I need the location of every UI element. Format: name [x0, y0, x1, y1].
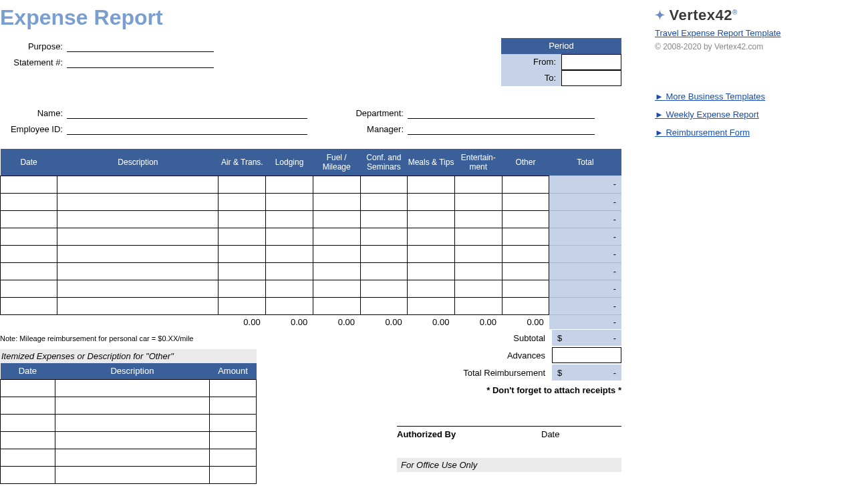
cell-amount[interactable]: [360, 176, 408, 193]
cell-amount[interactable]: [408, 280, 455, 297]
item-cell[interactable]: [55, 431, 209, 449]
cell-amount[interactable]: [408, 262, 455, 280]
cell-date[interactable]: [1, 262, 57, 280]
advances-input[interactable]: [552, 347, 621, 363]
statement-input[interactable]: [67, 56, 214, 68]
cell-amount[interactable]: [313, 262, 360, 280]
cell-amount[interactable]: [360, 280, 408, 297]
cell-description[interactable]: [57, 210, 219, 228]
cell-amount[interactable]: [454, 228, 502, 245]
item-cell[interactable]: [55, 379, 209, 397]
cell-amount[interactable]: [266, 262, 313, 280]
item-cell[interactable]: [210, 466, 257, 483]
cell-amount[interactable]: [313, 245, 360, 262]
cell-amount[interactable]: [360, 245, 408, 262]
item-cell[interactable]: [55, 449, 209, 466]
cell-amount[interactable]: [313, 193, 360, 210]
cell-amount[interactable]: [408, 245, 455, 262]
cell-date[interactable]: [1, 210, 57, 228]
cell-amount[interactable]: [360, 262, 408, 280]
cell-description[interactable]: [57, 228, 219, 245]
cell-date[interactable]: [1, 245, 57, 262]
cell-amount[interactable]: [408, 193, 455, 210]
name-input[interactable]: [67, 107, 307, 119]
manager-input[interactable]: [408, 123, 595, 135]
template-link[interactable]: Travel Expense Report Template: [655, 28, 855, 38]
cell-amount[interactable]: [266, 210, 313, 228]
cell-amount[interactable]: [219, 176, 266, 193]
cell-amount[interactable]: [360, 228, 408, 245]
cell-description[interactable]: [57, 245, 219, 262]
item-cell[interactable]: [1, 397, 55, 414]
cell-amount[interactable]: [454, 193, 502, 210]
cell-amount[interactable]: [219, 193, 266, 210]
cell-amount[interactable]: [408, 176, 455, 193]
item-cell[interactable]: [210, 379, 257, 397]
item-cell[interactable]: [55, 397, 209, 414]
cell-amount[interactable]: [313, 210, 360, 228]
cell-amount[interactable]: [502, 193, 549, 210]
cell-amount[interactable]: [313, 280, 360, 297]
cell-amount[interactable]: [219, 280, 266, 297]
cell-amount[interactable]: [360, 193, 408, 210]
cell-amount[interactable]: [408, 297, 455, 314]
item-cell[interactable]: [1, 379, 55, 397]
cell-amount[interactable]: [408, 210, 455, 228]
cell-amount[interactable]: [266, 245, 313, 262]
cell-amount[interactable]: [502, 176, 549, 193]
cell-amount[interactable]: [266, 297, 313, 314]
cell-amount[interactable]: [219, 228, 266, 245]
cell-amount[interactable]: [219, 262, 266, 280]
cell-amount[interactable]: [219, 210, 266, 228]
cell-amount[interactable]: [266, 228, 313, 245]
cell-amount[interactable]: [502, 297, 549, 314]
cell-amount[interactable]: [360, 297, 408, 314]
sidebar-link[interactable]: ► Weekly Expense Report: [655, 109, 855, 119]
cell-amount[interactable]: [502, 210, 549, 228]
cell-amount[interactable]: [266, 176, 313, 193]
cell-description[interactable]: [57, 262, 219, 280]
cell-amount[interactable]: [313, 176, 360, 193]
period-from-input[interactable]: [561, 54, 621, 70]
department-input[interactable]: [408, 107, 595, 119]
item-cell[interactable]: [1, 466, 55, 483]
cell-amount[interactable]: [266, 280, 313, 297]
purpose-input[interactable]: [67, 40, 214, 52]
item-cell[interactable]: [55, 414, 209, 431]
cell-date[interactable]: [1, 176, 57, 193]
item-cell[interactable]: [1, 414, 55, 431]
cell-description[interactable]: [57, 297, 219, 314]
cell-amount[interactable]: [502, 228, 549, 245]
cell-amount[interactable]: [454, 176, 502, 193]
cell-amount[interactable]: [360, 210, 408, 228]
cell-amount[interactable]: [266, 193, 313, 210]
cell-date[interactable]: [1, 228, 57, 245]
cell-description[interactable]: [57, 193, 219, 210]
item-cell[interactable]: [55, 466, 209, 483]
cell-amount[interactable]: [313, 297, 360, 314]
cell-description[interactable]: [57, 280, 219, 297]
sidebar-link[interactable]: ► More Business Templates: [655, 91, 855, 101]
cell-date[interactable]: [1, 193, 57, 210]
cell-description[interactable]: [57, 176, 219, 193]
cell-date[interactable]: [1, 297, 57, 314]
period-to-input[interactable]: [561, 70, 621, 86]
item-cell[interactable]: [210, 449, 257, 466]
cell-amount[interactable]: [454, 297, 502, 314]
cell-amount[interactable]: [454, 262, 502, 280]
item-cell[interactable]: [1, 449, 55, 466]
item-cell[interactable]: [210, 431, 257, 449]
item-cell[interactable]: [1, 431, 55, 449]
cell-amount[interactable]: [454, 210, 502, 228]
cell-amount[interactable]: [502, 262, 549, 280]
cell-amount[interactable]: [313, 228, 360, 245]
cell-amount[interactable]: [219, 245, 266, 262]
cell-date[interactable]: [1, 280, 57, 297]
cell-amount[interactable]: [408, 228, 455, 245]
item-cell[interactable]: [210, 414, 257, 431]
cell-amount[interactable]: [219, 297, 266, 314]
cell-amount[interactable]: [502, 245, 549, 262]
item-cell[interactable]: [210, 397, 257, 414]
employee-input[interactable]: [67, 123, 307, 135]
cell-amount[interactable]: [502, 280, 549, 297]
